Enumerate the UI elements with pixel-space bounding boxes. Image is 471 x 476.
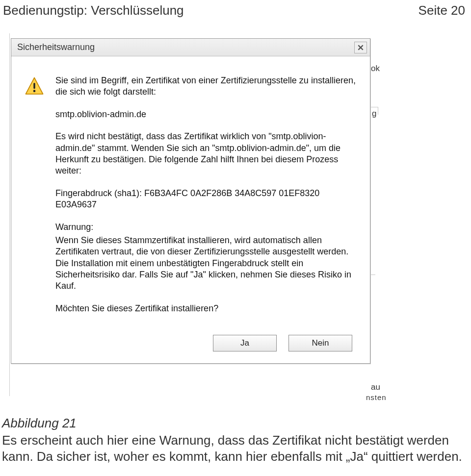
dialog-icon-column <box>21 75 55 325</box>
figure-label: Abbildung 21 <box>2 416 77 431</box>
dialog-title: Sicherheitswarnung <box>17 42 95 52</box>
header-page: Seite 20 <box>419 3 465 18</box>
background-text-fragment: au <box>371 382 380 392</box>
dialog-intro-text: Sie sind im Begriff, ein Zertifikat von … <box>55 75 360 98</box>
security-warning-dialog: Sicherheitswarnung Sie sind im Begriff, … <box>11 38 370 364</box>
confirm-question: Möchten Sie dieses Zertifikat installier… <box>55 303 360 314</box>
warning-body: Wenn Sie dieses Stammzertifikat installi… <box>55 235 360 292</box>
close-button[interactable] <box>354 42 367 53</box>
background-text-fragment: nsten <box>366 393 387 401</box>
page-header: Bedienungstip: Verschlüsselung Seite 20 <box>0 0 471 21</box>
header-title: Bedienungstip: Verschlüsselung <box>3 3 184 18</box>
dialog-body: Sie sind im Begriff, ein Zertifikat von … <box>11 56 370 335</box>
dialog-verify-text: Es wird nicht bestätigt, dass das Zertif… <box>55 131 360 177</box>
background-text-fragment: g <box>372 109 376 119</box>
no-button[interactable]: Nein <box>288 335 352 351</box>
certificate-host: smtp.oblivion-admin.de <box>55 109 360 120</box>
warning-icon <box>24 76 45 97</box>
warning-label: Warnung: <box>55 222 360 233</box>
dialog-titlebar[interactable]: Sicherheitswarnung <box>11 39 370 56</box>
certificate-fingerprint: Fingerabdruck (sha1): F6B3A4FC 0A2F286B … <box>55 188 360 211</box>
dialog-button-row: Ja Nein <box>11 335 370 363</box>
svg-point-1 <box>33 90 36 92</box>
figure-caption: Es erscheint auch hier eine Warnung, das… <box>2 432 463 464</box>
svg-rect-0 <box>33 83 35 89</box>
background-window-fragment <box>3 33 10 396</box>
close-icon <box>357 44 364 51</box>
yes-button[interactable]: Ja <box>213 335 277 351</box>
background-text-fragment: ok <box>371 64 380 74</box>
